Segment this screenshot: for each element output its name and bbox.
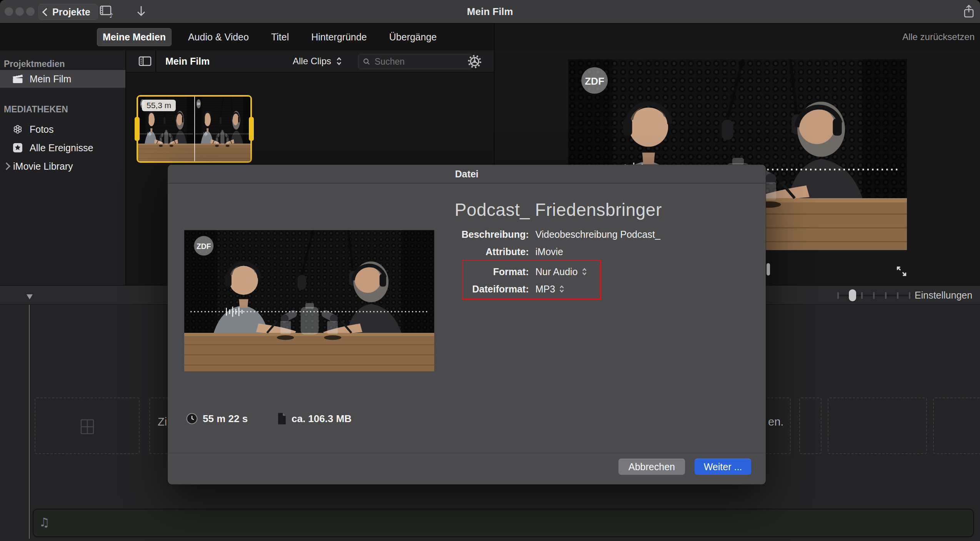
photos-icon xyxy=(12,124,23,135)
tab-audio-video[interactable]: Audio & Video xyxy=(182,28,255,46)
svg-text:♪: ♪ xyxy=(109,12,113,18)
timeline-placeholder-box xyxy=(35,397,140,454)
tab-titel[interactable]: Titel xyxy=(265,28,295,46)
sidebar-item-label: Alle Ereignisse xyxy=(30,142,93,154)
chevron-left-icon xyxy=(42,8,50,16)
timeline-placeholder-box xyxy=(828,397,927,454)
duration-value: 55 m 22 s xyxy=(203,413,248,425)
search-field[interactable] xyxy=(358,54,473,69)
frame-divider xyxy=(194,97,195,161)
window-titlebar: Mein Film Projekte ♪ xyxy=(0,0,980,23)
disclosure-chevron-icon[interactable] xyxy=(3,162,10,170)
sidebar-item-label: Fotos xyxy=(30,124,54,135)
continue-button[interactable]: Weiter ... xyxy=(695,459,751,475)
timeline-placeholder-box xyxy=(933,397,980,454)
cancel-button[interactable]: Abbrechen xyxy=(618,459,685,475)
clapperboard-icon xyxy=(12,73,23,85)
sidebar-item-imovie-library[interactable]: iMovie Library xyxy=(0,157,125,175)
file-icon xyxy=(277,412,287,425)
sidebar-item-label: Mein Film xyxy=(30,73,71,85)
field-label-beschreibung: Beschreibung: xyxy=(383,229,529,240)
film-frames-icon xyxy=(79,417,96,436)
chevron-up-down-icon xyxy=(336,56,342,66)
clip-filter-label: Alle Clips xyxy=(293,56,331,67)
field-value-attribute: iMovie xyxy=(535,246,563,257)
header-divider xyxy=(155,50,156,72)
sidebar-toggle-icon[interactable] xyxy=(135,54,155,68)
browser-header: Mein Film Alle Clips xyxy=(126,50,494,72)
dialog-separator xyxy=(168,453,766,453)
clip-filter-popup[interactable]: Alle Clips xyxy=(293,50,342,72)
duration-info: 55 m 22 s xyxy=(186,412,248,425)
projects-back-button[interactable]: Projekte xyxy=(38,4,98,20)
tab-meine-medien[interactable]: Meine Medien xyxy=(97,28,172,46)
sidebar-item-label: iMovie Library xyxy=(13,161,73,172)
filesize-value: ca. 106.3 MB xyxy=(292,413,352,425)
share-icon[interactable] xyxy=(960,5,978,18)
back-button-label: Projekte xyxy=(52,7,90,18)
sidebar-header-projektmedien: Projektmedien xyxy=(4,59,65,69)
slider-thumb[interactable] xyxy=(849,289,856,301)
drop-hint-text-right: en. xyxy=(768,416,783,428)
fullscreen-expand-icon[interactable] xyxy=(894,265,909,277)
music-note-icon: ♫ xyxy=(39,515,50,529)
playback-control-partial xyxy=(767,263,770,276)
sidebar-item-mein-film[interactable]: Mein Film xyxy=(0,70,125,88)
drop-hint-text-left: Zi xyxy=(158,416,167,428)
timeline-placeholder-box xyxy=(799,397,822,454)
clip-thumbnail[interactable]: 55,3 m xyxy=(137,95,252,163)
format-highlight-annotation xyxy=(462,260,601,300)
dialog-title: Datei xyxy=(168,165,766,184)
trim-handle-right[interactable] xyxy=(249,117,254,141)
media-import-icon[interactable]: ♪ xyxy=(98,5,115,18)
sidebar-item-fotos[interactable]: Fotos xyxy=(0,120,125,138)
sidebar-item-alle-ereignisse[interactable]: Alle Ereignisse xyxy=(0,139,125,157)
viewer-toolbar: Alle zurücksetzen xyxy=(495,23,980,50)
tab-hintergruende[interactable]: Hintergründe xyxy=(305,28,373,46)
playhead-marker[interactable] xyxy=(27,294,33,299)
star-icon xyxy=(12,142,23,154)
field-label-attribute: Attribute: xyxy=(383,246,529,257)
filesize-info: ca. 106.3 MB xyxy=(277,412,352,425)
search-icon xyxy=(362,57,371,66)
settings-button[interactable]: Einstellungen xyxy=(915,286,972,305)
export-title-field[interactable]: Podcast_ Friedensbringer xyxy=(455,199,662,220)
clock-icon xyxy=(186,412,198,425)
browser-title: Mein Film xyxy=(165,50,210,72)
tab-uebergaenge[interactable]: Übergänge xyxy=(383,28,443,46)
export-dialog: Datei Podcast_ Friedensbringer Beschreib… xyxy=(168,165,766,484)
libraries-sidebar: Projektmedien Mein Film MEDIATHEKEN xyxy=(0,50,125,285)
reset-all-button[interactable]: Alle zurücksetzen xyxy=(902,23,975,50)
media-tabstrip: Meine Medien Audio & Video Titel Hinterg… xyxy=(0,23,494,50)
clip-duration-badge: 55,3 m xyxy=(142,100,176,111)
trim-handle-left[interactable] xyxy=(135,117,140,141)
search-input[interactable] xyxy=(374,56,452,67)
playhead-line[interactable] xyxy=(29,305,30,539)
timeline-zoom-slider[interactable] xyxy=(837,286,912,305)
field-value-beschreibung[interactable]: Videobeschreibung Podcast_ xyxy=(535,229,660,240)
sidebar-header-mediatheken: MEDIATHEKEN xyxy=(4,104,68,115)
imovie-window: Mein Film Projekte ♪ xyxy=(0,0,980,541)
background-music-track[interactable]: ♫ xyxy=(33,509,974,537)
download-arrow-icon[interactable] xyxy=(132,5,150,18)
browser-settings-gear-icon[interactable] xyxy=(466,54,483,69)
